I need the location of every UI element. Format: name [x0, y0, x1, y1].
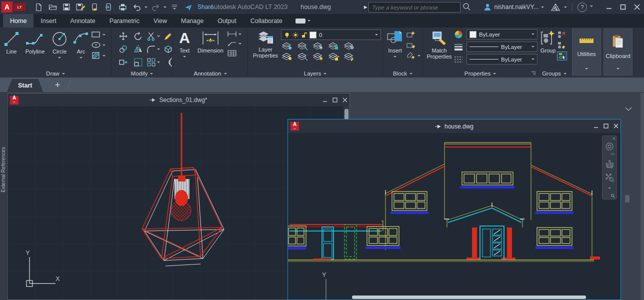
make-object-layer-current-icon[interactable]	[344, 42, 355, 50]
ungroup-icon[interactable]	[557, 30, 566, 38]
rectangle-icon[interactable]	[91, 30, 101, 38]
open-file-icon[interactable]	[46, 2, 58, 12]
circle-button[interactable]: Circle	[48, 28, 71, 60]
house-close-button[interactable]	[614, 124, 618, 128]
array-dropdown-icon[interactable]	[157, 62, 160, 64]
save-as-icon[interactable]	[74, 2, 86, 12]
navbar-dropdown-icon[interactable]	[608, 188, 611, 190]
layers-panel-label[interactable]: Layers	[248, 70, 382, 76]
new-file-icon[interactable]	[32, 2, 44, 12]
leader-dropdown-icon[interactable]	[238, 43, 242, 46]
dimension-button[interactable]: Dimension	[194, 28, 227, 59]
panel-clipboard[interactable]: Clipboard	[604, 28, 632, 76]
tab-insert[interactable]: Insert	[34, 14, 63, 28]
tab-annotate[interactable]: Annotate	[64, 14, 102, 28]
plot-icon[interactable]	[116, 2, 128, 12]
user-dropdown-icon[interactable]	[541, 6, 544, 10]
navigation-bar[interactable]: ✕ 2D	[602, 136, 617, 200]
edit-block-icon[interactable]	[406, 41, 416, 49]
tab-output[interactable]: Output	[210, 14, 244, 28]
house-maximize-button[interactable]	[604, 124, 608, 128]
match-properties-button[interactable]: Match Properties	[425, 28, 454, 64]
properties-launcher-icon[interactable]	[531, 71, 536, 76]
linear-dimension-dropdown-icon[interactable]	[238, 34, 242, 36]
redo-dropdown-icon[interactable]	[164, 6, 166, 10]
house-canvas[interactable]: Y ✕ 2D	[288, 133, 620, 300]
layer-properties-button[interactable]: Layer Properties	[250, 28, 281, 61]
group-button[interactable]: Group	[539, 28, 557, 60]
tab-collaborate[interactable]: Collaborate	[244, 14, 290, 28]
fillet-icon[interactable]	[146, 42, 160, 56]
group-selection-toggle-icon[interactable]	[557, 52, 567, 60]
sections-titlebar[interactable]: ALT Sections_01.dwg*	[8, 94, 350, 106]
house-minimize-button[interactable]	[594, 124, 598, 128]
object-color-wheel-icon[interactable]	[454, 30, 464, 40]
arc-button[interactable]: Arc	[71, 28, 91, 60]
help-dropdown-icon[interactable]	[590, 6, 593, 8]
arc-dropdown-icon[interactable]	[80, 57, 82, 60]
sections-maximize-button[interactable]	[332, 98, 338, 102]
share-icon[interactable]	[182, 2, 194, 12]
hatch-icon[interactable]	[91, 52, 101, 60]
sections-close-button[interactable]	[342, 98, 348, 102]
leader-icon[interactable]	[227, 40, 237, 47]
insert-dropdown-icon[interactable]	[394, 56, 396, 59]
help-icon[interactable]: ?	[578, 2, 587, 12]
play-arrow-icon[interactable]: ▶	[364, 4, 368, 10]
ellipse-dropdown-icon[interactable]	[102, 44, 106, 48]
polyline-button[interactable]: Polyline	[22, 28, 48, 60]
attributes-dropdown-icon[interactable]	[418, 55, 420, 58]
new-drawing-tab-button[interactable]: +	[51, 80, 64, 90]
properties-panel-label[interactable]: Properties	[423, 70, 538, 76]
undo-dropdown-icon[interactable]	[144, 6, 148, 10]
text-button[interactable]: A Text	[175, 28, 194, 59]
autodesk-mark-icon[interactable]	[551, 4, 560, 11]
mirror-icon[interactable]	[130, 42, 146, 56]
layer-lock-icon[interactable]	[328, 42, 340, 50]
layer-isolate-icon[interactable]	[298, 42, 308, 50]
navbar-close-icon[interactable]: ✕	[612, 136, 616, 141]
layer-freeze-icon[interactable]	[313, 42, 324, 50]
circle-dropdown-icon[interactable]	[58, 57, 61, 60]
tab-parametric[interactable]: Parametric	[102, 14, 146, 28]
navigation-wheel-icon[interactable]	[604, 142, 614, 152]
rotate-icon[interactable]	[130, 30, 146, 42]
modify-panel-label[interactable]: Modify	[112, 70, 172, 76]
rectangle-dropdown-icon[interactable]	[102, 34, 106, 37]
layer-on-icon[interactable]	[282, 52, 293, 61]
minimize-button[interactable]	[602, 0, 616, 14]
open-from-web-mobile-icon[interactable]	[88, 2, 100, 12]
trim-icon[interactable]	[146, 30, 160, 42]
layer-select-combo[interactable]: 0	[281, 30, 381, 40]
move-icon[interactable]	[116, 30, 130, 42]
table-icon[interactable]	[227, 50, 237, 57]
pan-hand-icon[interactable]	[604, 159, 614, 169]
linear-dimension-icon[interactable]	[227, 30, 237, 38]
search-input[interactable]	[369, 4, 460, 10]
external-references-palette-tab[interactable]: External References	[0, 92, 7, 300]
draw-panel-label[interactable]: Draw	[0, 70, 111, 76]
autocad-logo[interactable]: A	[2, 2, 12, 12]
hatch-dropdown-icon[interactable]	[102, 55, 106, 58]
groups-panel-label[interactable]: Groups	[538, 70, 570, 76]
layer-thaw-icon[interactable]	[313, 52, 324, 61]
create-block-icon[interactable]	[406, 30, 416, 38]
define-attributes-icon[interactable]	[406, 52, 416, 60]
window-house[interactable]: ALT house.dwg	[288, 119, 621, 300]
undo-icon[interactable]	[130, 2, 142, 12]
tab-view[interactable]: View	[146, 14, 174, 28]
mdi-scrollbar-thumb[interactable]	[625, 195, 630, 202]
save-icon[interactable]	[60, 2, 72, 12]
panel-utilities[interactable]: Utilities	[572, 28, 601, 76]
ribbon-display-toggle[interactable]	[296, 14, 310, 28]
close-button[interactable]	[630, 0, 644, 14]
layer-off-icon[interactable]	[282, 42, 293, 50]
house-horizontal-scrollbar[interactable]	[352, 296, 586, 299]
insert-block-button[interactable]: Insert	[384, 28, 406, 60]
layer-unisolate-icon[interactable]	[298, 52, 308, 61]
maximize-button[interactable]	[616, 0, 630, 14]
tab-manage[interactable]: Manage	[174, 14, 210, 28]
lineweight-combo[interactable]: ByLayer	[466, 42, 538, 52]
scale-icon[interactable]	[130, 56, 146, 68]
object-color-combo[interactable]: ByLayer	[466, 29, 538, 40]
